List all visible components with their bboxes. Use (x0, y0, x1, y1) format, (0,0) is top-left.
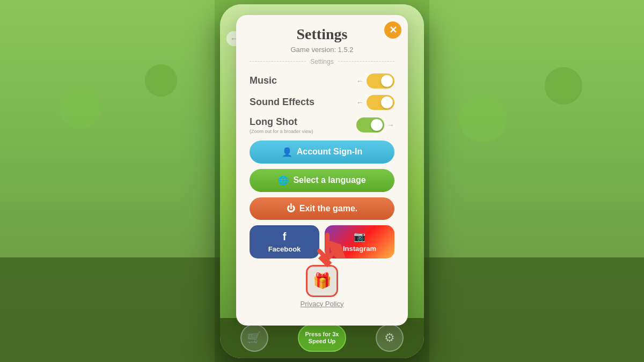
svg-point-5 (545, 67, 582, 105)
sound-effects-toggle-arrow: ← (356, 98, 364, 107)
settings-section-label: Settings (310, 58, 333, 65)
sound-effects-label: Sound Effects (250, 97, 314, 108)
svg-point-3 (145, 64, 177, 97)
social-buttons-row: f Facebook 📷 Instagram (250, 225, 394, 258)
long-shot-toggle-knob (371, 119, 383, 131)
long-shot-toggle[interactable] (356, 117, 384, 132)
long-shot-toggle-row: Long Shot (Zoom out for a broader view) … (250, 116, 394, 134)
music-label: Music (250, 75, 277, 86)
game-background: ← ✕ Settings Game version: 1.5.2 Setting… (0, 0, 644, 362)
sound-effects-toggle-knob (381, 97, 393, 108)
speed-up-button[interactable]: Press for 3xSpeed Up (298, 324, 346, 352)
close-button[interactable]: ✕ (384, 21, 401, 39)
facebook-button[interactable]: f Facebook (250, 225, 319, 258)
music-toggle-row: Music ← (250, 73, 394, 88)
basket-button[interactable]: 🛒 (240, 324, 268, 352)
speed-up-label: Press for 3xSpeed Up (305, 331, 339, 345)
modal-title: Settings (250, 26, 394, 43)
svg-rect-0 (0, 0, 215, 362)
account-signin-button[interactable]: 👤 Account Sign-In (250, 141, 394, 164)
exit-game-label: Exit the game. (299, 204, 357, 213)
settings-button[interactable]: ⚙ (376, 324, 404, 352)
facebook-label: Facebook (268, 245, 301, 253)
gift-button-area: 🎁 (250, 265, 394, 297)
account-icon: 👤 (282, 147, 292, 157)
language-icon: 🌐 (278, 175, 289, 186)
long-shot-toggle-container: → (356, 117, 394, 132)
divider-left (250, 61, 306, 62)
power-icon: ⏻ (287, 204, 295, 213)
music-toggle[interactable] (367, 73, 394, 88)
long-shot-label-group: Long Shot (Zoom out for a broader view) (250, 116, 313, 134)
svg-rect-1 (429, 0, 644, 362)
select-language-button[interactable]: 🌐 Select a language (250, 169, 394, 192)
facebook-icon: f (283, 231, 287, 243)
account-signin-label: Account Sign-In (297, 147, 363, 157)
sound-effects-toggle[interactable] (367, 95, 394, 110)
sound-effects-toggle-container: ← (356, 95, 394, 110)
sound-effects-toggle-row: Sound Effects ← (250, 95, 394, 110)
instagram-button[interactable]: 📷 Instagram (325, 225, 394, 258)
svg-point-2 (59, 86, 102, 129)
instagram-label: Instagram (343, 245, 376, 253)
svg-point-4 (459, 94, 507, 142)
privacy-policy-link[interactable]: Privacy Policy (250, 300, 394, 308)
long-shot-label: Long Shot (250, 116, 297, 127)
music-toggle-knob (381, 75, 393, 87)
game-version: Game version: 1.5.2 (250, 46, 394, 54)
exit-game-button[interactable]: ⏻ Exit the game. (250, 197, 394, 220)
settings-modal: ✕ Settings Game version: 1.5.2 Settings … (236, 15, 408, 326)
phone-frame: ← ✕ Settings Game version: 1.5.2 Setting… (220, 4, 424, 358)
instagram-icon: 📷 (354, 231, 365, 242)
long-shot-sublabel: (Zoom out for a broader view) (250, 129, 313, 134)
gift-modal-button[interactable]: 🎁 (306, 265, 338, 297)
music-toggle-container: ← (356, 73, 394, 88)
divider-right (338, 61, 394, 62)
long-shot-toggle-arrow-right: → (387, 121, 394, 129)
settings-section-divider: Settings (250, 58, 394, 65)
select-language-label: Select a language (293, 175, 365, 185)
music-toggle-arrow: ← (356, 77, 364, 85)
